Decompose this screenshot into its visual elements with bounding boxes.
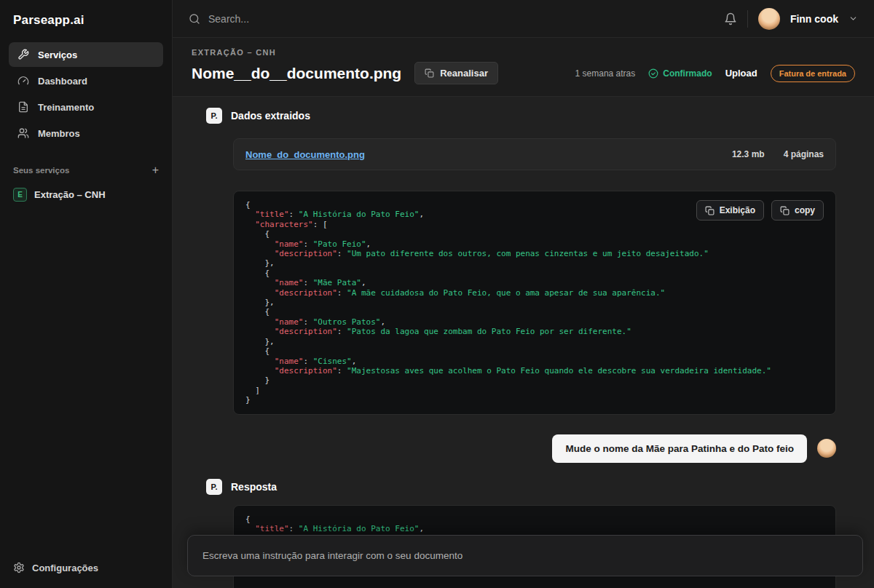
sidebar-item-label: Dashboard xyxy=(38,76,87,87)
chevron-down-icon[interactable] xyxy=(849,14,858,23)
code-line: "characters": [ xyxy=(245,220,824,229)
code-line: { xyxy=(245,307,824,317)
file-size: 12.3 mb xyxy=(732,149,765,159)
search-icon xyxy=(189,13,200,25)
time-ago: 1 semana atras xyxy=(575,68,636,79)
status-label: Confirmado xyxy=(663,68,712,79)
sidebar-item-servicos[interactable]: Serviços xyxy=(9,42,163,67)
code-line: "title": "A História do Pato Feio", xyxy=(245,524,824,533)
user-avatar xyxy=(817,439,836,458)
extracted-section-header: P. Dados extraidos xyxy=(206,108,836,124)
code-line: } xyxy=(245,395,824,405)
code-line: "name": "Pato Feio", xyxy=(245,239,824,249)
code-line: }, xyxy=(245,337,824,346)
main-area: Finn cook EXTRAÇÃO – CNH Nome__do__docum… xyxy=(173,0,874,588)
instruction-composer[interactable] xyxy=(187,535,863,576)
app-window: Parseapp.ai Serviços Dashboard Treinamen… xyxy=(0,0,874,588)
file-pages: 4 páginas xyxy=(784,149,824,159)
copy-icon xyxy=(425,68,434,78)
code-line: }, xyxy=(245,258,824,268)
services-icon xyxy=(17,49,29,60)
copy-button-label: copy xyxy=(795,205,815,215)
code-line: "description": "Majestosas aves que acol… xyxy=(245,366,824,376)
sidebar-item-treinamento[interactable]: Treinamento xyxy=(9,95,163,119)
extracted-json-block: Exibição copy { "title": "A História do … xyxy=(233,191,836,415)
members-icon xyxy=(17,127,29,139)
services-section-label: Seus serviços xyxy=(13,166,69,175)
code-line: "description": "Um pato diferente dos ou… xyxy=(245,249,824,258)
copy-icon xyxy=(780,206,790,215)
sidebar-nav: Serviços Dashboard Treinamento Membros xyxy=(0,38,172,150)
search-box[interactable] xyxy=(189,13,724,25)
code-actions: Exibição copy xyxy=(696,200,824,220)
response-section-header: P. Resposta xyxy=(206,479,836,495)
parseapp-monogram-icon: P. xyxy=(206,479,222,495)
code-line: "name": "Mãe Pata", xyxy=(245,278,824,287)
sidebar-item-dashboard[interactable]: Dashboard xyxy=(9,68,163,93)
sidebar: Parseapp.ai Serviços Dashboard Treinamen… xyxy=(0,0,173,588)
sidebar-item-label: Serviços xyxy=(38,49,77,60)
sidebar-item-label: Membros xyxy=(38,128,80,139)
service-item-label: Extração – CNH xyxy=(34,189,106,200)
file-meta: 12.3 mb 4 páginas xyxy=(732,149,824,159)
chat-row: Mude o nome da Mãe para Patinha e do Pat… xyxy=(206,434,836,463)
status-badge: Confirmado xyxy=(648,68,712,79)
topbar-divider xyxy=(747,10,748,28)
upload-button[interactable]: Upload xyxy=(725,68,757,79)
reanalyze-label: Reanalisar xyxy=(440,68,488,79)
invoice-type-badge[interactable]: Fatura de entrada xyxy=(771,65,855,82)
reanalyze-button[interactable]: Reanalisar xyxy=(414,62,498,84)
settings-label: Configurações xyxy=(32,563,98,573)
copy-icon xyxy=(705,206,714,215)
gear-icon xyxy=(13,562,25,573)
extracted-section-title: Dados extraidos xyxy=(231,110,310,122)
topbar-right: Finn cook xyxy=(724,8,858,30)
header-meta: 1 semana atras Confirmado Upload Fatura … xyxy=(575,65,855,82)
instruction-input[interactable] xyxy=(202,550,848,561)
sidebar-item-configuracoes[interactable]: Configurações xyxy=(13,562,98,573)
page-title: Nome__do__documento.png xyxy=(192,65,401,82)
topbar: Finn cook xyxy=(173,0,874,38)
content: P. Dados extraidos Nome_do_documento.png… xyxy=(173,97,874,588)
file-link[interactable]: Nome_do_documento.png xyxy=(245,149,365,160)
extracted-json-code: { "title": "A História do Pato Feio", "c… xyxy=(245,200,824,405)
view-button[interactable]: Exibição xyxy=(696,200,764,220)
add-service-button[interactable]: + xyxy=(152,164,159,176)
code-line: { xyxy=(245,514,824,524)
copy-button[interactable]: copy xyxy=(771,200,824,220)
user-chat-message: Mude o nome da Mãe para Patinha e do Pat… xyxy=(552,434,807,463)
view-button-label: Exibição xyxy=(720,205,755,215)
sidebar-item-label: Treinamento xyxy=(38,102,94,113)
response-section-title: Resposta xyxy=(231,481,277,493)
code-line: { xyxy=(245,346,824,356)
file-card: Nome_do_documento.png 12.3 mb 4 páginas xyxy=(233,138,836,170)
code-line: "description": "A mãe cuidadosa do Pato … xyxy=(245,288,824,298)
sidebar-item-extracao-cnh[interactable]: E Extração – CNH xyxy=(0,182,172,207)
search-input[interactable] xyxy=(208,13,427,25)
parseapp-monogram-icon: P. xyxy=(206,108,222,124)
code-line: { xyxy=(245,229,824,239)
check-circle-icon xyxy=(648,68,658,79)
code-line: "description": "Patos da lagoa que zomba… xyxy=(245,327,824,336)
app-logo: Parseapp.ai xyxy=(0,0,172,38)
user-avatar[interactable] xyxy=(758,8,780,30)
dashboard-icon xyxy=(17,75,29,87)
page-header: EXTRAÇÃO – CNH Nome__do__documento.png R… xyxy=(173,38,874,97)
code-line: { xyxy=(245,269,824,278)
services-section-header: Seus serviços + xyxy=(0,150,172,182)
breadcrumb: EXTRAÇÃO – CNH xyxy=(192,48,855,57)
code-line: "name": "Outros Patos", xyxy=(245,317,824,327)
code-line: "name": "Cisnes", xyxy=(245,357,824,366)
training-icon xyxy=(17,101,29,113)
service-badge-icon: E xyxy=(13,188,27,202)
sidebar-item-membros[interactable]: Membros xyxy=(9,121,163,146)
bell-icon[interactable] xyxy=(724,12,737,25)
code-line: } xyxy=(245,376,824,385)
code-line: ] xyxy=(245,386,824,395)
code-line: }, xyxy=(245,298,824,307)
user-name: Finn cook xyxy=(790,13,838,25)
